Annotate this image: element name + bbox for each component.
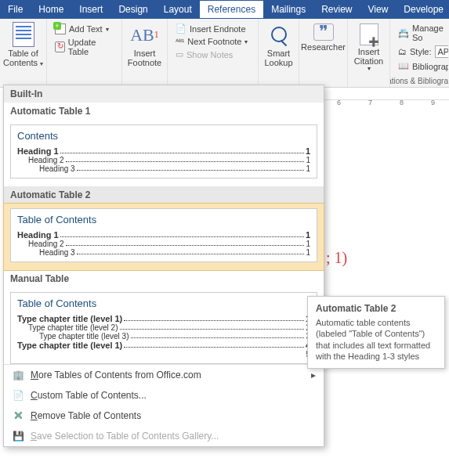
quote-icon: ❞ [313, 23, 334, 41]
menu-mailings[interactable]: Mailings [263, 1, 313, 18]
toc-button-label: Table of Contents ▾ [2, 49, 45, 68]
menu-review[interactable]: Review [313, 1, 360, 18]
preview-more-row: 5 [17, 350, 310, 359]
save-selection-toc-button: 💾 Save Selection to Table of Contents Ga… [4, 426, 324, 446]
bibliography-icon: 📖 [398, 61, 409, 71]
insert-footnote-button[interactable]: AB1 Insert Footnote [125, 22, 165, 69]
more-toc-office-button[interactable]: 🏢 More Tables of Contents from Office.co… [4, 365, 324, 385]
show-notes-icon: ▭ [176, 49, 183, 60]
ribbon-group-smart-lookup: Smart Lookup [259, 19, 299, 87]
submenu-arrow-icon: ▸ [311, 370, 316, 380]
footnote-icon: AB1 [130, 23, 159, 47]
preview-heading: Table of Contents [17, 298, 310, 309]
preview-heading: Table of Contents [17, 214, 310, 225]
show-notes-button[interactable]: ▭ Show Notes [172, 48, 236, 61]
manual-table-item[interactable]: Table of Contents Type chapter title (le… [4, 287, 324, 364]
office-icon: 🏢 [12, 369, 24, 381]
menu-home[interactable]: Home [31, 1, 71, 18]
next-footnote-icon: ᴬᴮ¹ [176, 38, 184, 46]
preview-heading: Contents [17, 130, 310, 142]
manual-table-preview: Table of Contents Type chapter title (le… [10, 292, 317, 364]
manual-table-title: Manual Table [4, 270, 324, 287]
ribbon-group-footnote-options: 📄 Insert Endnote ᴬᴮ¹ Next Footnote ▾ ▭ S… [168, 19, 259, 87]
ribbon-group-insert-citation: ➕ Insert Citation ▾ [348, 19, 390, 87]
tooltip: Automatic Table 2 Automatic table conten… [307, 296, 445, 369]
doc-fragment: ; 1) [326, 249, 347, 267]
update-table-button[interactable]: Update Table [52, 36, 117, 58]
insert-citation-button[interactable]: ➕ Insert Citation ▾ [351, 22, 386, 74]
style-dropdown[interactable]: 🗂 Style: APA [395, 44, 448, 60]
tooltip-body: Automatic table contents (labeled "Table… [316, 317, 436, 362]
ribbon-group-researcher: ❞ Researcher [299, 19, 348, 87]
smart-lookup-button[interactable]: Smart Lookup [261, 22, 295, 69]
toc-icon [13, 22, 34, 47]
auto-table-1-title: Automatic Table 1 [4, 103, 324, 120]
citation-icon: ➕ [360, 23, 378, 45]
custom-toc-button[interactable]: 📄 Custom Table of Contents... [4, 385, 324, 406]
manage-icon: 📇 [398, 28, 409, 38]
dd-header-builtin: Built-In [4, 85, 324, 103]
ribbon-group-footnote: AB1 Insert Footnote [122, 19, 168, 87]
save-gallery-icon: 💾 [12, 430, 24, 442]
auto-table-1-preview: Contents Heading 11 Heading 21 Heading 3… [10, 124, 317, 178]
toc-gallery-dropdown: Built-In Automatic Table 1 Contents Head… [3, 85, 324, 447]
ribbon-group-toc: Table of Contents ▾ [0, 19, 47, 87]
add-text-icon [55, 23, 66, 34]
menu-references[interactable]: References [200, 1, 263, 18]
researcher-button[interactable]: ❞ Researcher [298, 22, 349, 53]
search-icon [267, 23, 291, 47]
menu-developer[interactable]: Develope [396, 1, 449, 18]
remove-toc-button[interactable]: 🗙 Remove Table of Contents [4, 406, 324, 426]
auto-table-2-title: Automatic Table 2 [4, 186, 324, 204]
auto-table-2-preview: Table of Contents Heading 11 Heading 21 … [10, 208, 317, 262]
remove-toc-icon: 🗙 [12, 409, 24, 422]
style-icon: 🗂 [398, 47, 407, 56]
menu-layout[interactable]: Layout [156, 1, 200, 18]
next-footnote-button[interactable]: ᴬᴮ¹ Next Footnote ▾ [172, 35, 251, 48]
style-value[interactable]: APA [435, 45, 448, 58]
manage-sources-button[interactable]: 📇 Manage So [395, 22, 447, 44]
add-text-button[interactable]: Add Text ▾ [52, 22, 112, 36]
update-icon [55, 41, 65, 52]
auto-table-1-item[interactable]: Contents Heading 11 Heading 21 Heading 3… [4, 120, 324, 186]
dd-menu: 🏢 More Tables of Contents from Office.co… [4, 364, 324, 446]
insert-endnote-button[interactable]: 📄 Insert Endnote [172, 22, 249, 35]
menu-design[interactable]: Design [110, 1, 155, 18]
ribbon-group-citations: 📇 Manage So 🗂 Style: APA 📖 Bibliograph C… [390, 19, 448, 87]
auto-table-2-item[interactable]: Table of Contents Heading 11 Heading 21 … [3, 203, 324, 271]
custom-toc-icon: 📄 [12, 389, 24, 402]
table-of-contents-button[interactable]: Table of Contents ▾ [2, 22, 45, 68]
bibliography-button[interactable]: 📖 Bibliograph [395, 60, 448, 73]
ribbon: Table of Contents ▾ Add Text ▾ Update Ta… [0, 19, 449, 88]
group-label-citations: Citations & Bibliography [390, 77, 448, 87]
menu-view[interactable]: View [360, 1, 396, 18]
tooltip-title: Automatic Table 2 [316, 303, 436, 314]
menu-bar: File Home Insert Design Layout Reference… [0, 0, 449, 19]
menu-file[interactable]: File [0, 1, 31, 18]
ribbon-group-toc-options: Add Text ▾ Update Table [47, 19, 122, 87]
endnote-icon: 📄 [176, 23, 186, 34]
menu-insert[interactable]: Insert [71, 1, 110, 18]
